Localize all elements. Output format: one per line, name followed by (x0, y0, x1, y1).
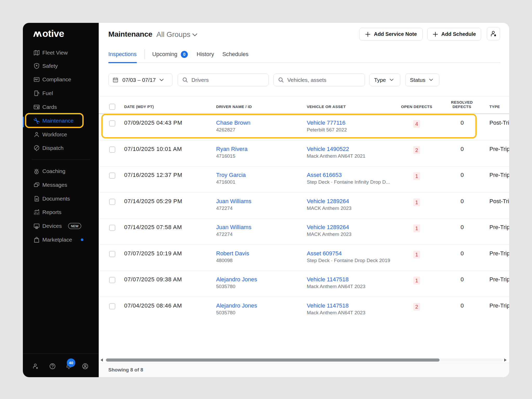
svg-text:otive: otive (42, 29, 64, 37)
svg-text:NEW: NEW (71, 224, 78, 228)
